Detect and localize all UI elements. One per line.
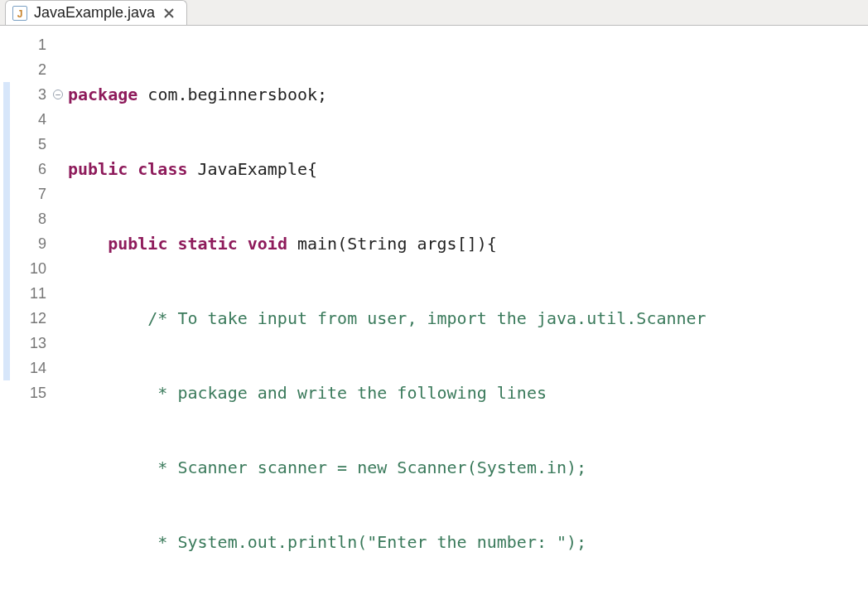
line-number: 13 [0, 331, 51, 356]
code-line: public class JavaExample{ [68, 157, 756, 182]
line-number: 15 [0, 380, 51, 405]
code-editor[interactable]: 1 2 3– 4 5 6 7 8 9 10 11 12 13 14 15 pac… [0, 25, 868, 610]
fold-toggle-icon[interactable]: – [53, 90, 63, 99]
tab-filename: JavaExample.java [34, 4, 155, 22]
line-number: 14 [0, 356, 51, 380]
code-line: * package and write the following lines [68, 380, 756, 405]
line-number: 3– [0, 82, 51, 107]
line-number: 9 [0, 231, 51, 256]
line-number: 2 [0, 57, 51, 82]
code-line: public static void main(String args[]){ [68, 231, 756, 256]
line-number: 1 [0, 32, 51, 57]
line-number: 4 [0, 107, 51, 132]
line-number: 5 [0, 132, 51, 157]
line-number: 10 [0, 256, 51, 281]
java-file-icon [12, 6, 27, 21]
line-number: 8 [0, 206, 51, 231]
code-area[interactable]: package com.beginnersbook; public class … [51, 26, 756, 610]
line-number: 11 [0, 281, 51, 306]
line-number: 6 [0, 157, 51, 182]
close-icon[interactable] [162, 6, 176, 21]
code-line: * Scanner scanner = new Scanner(System.i… [68, 455, 756, 480]
editor-tab[interactable]: JavaExample.java [5, 0, 187, 25]
line-number: 7 [0, 182, 51, 206]
editor-tab-bar: JavaExample.java [0, 0, 868, 25]
code-line: * System.out.println("Enter the number: … [68, 530, 756, 554]
line-gutter: 1 2 3– 4 5 6 7 8 9 10 11 12 13 14 15 [0, 26, 51, 610]
code-line: * int bnum = Integer.parseInt(scanner.ne… [68, 604, 756, 610]
code-line: /* To take input from user, import the j… [68, 306, 756, 331]
line-number: 12 [0, 306, 51, 331]
code-line: package com.beginnersbook; [68, 82, 756, 107]
